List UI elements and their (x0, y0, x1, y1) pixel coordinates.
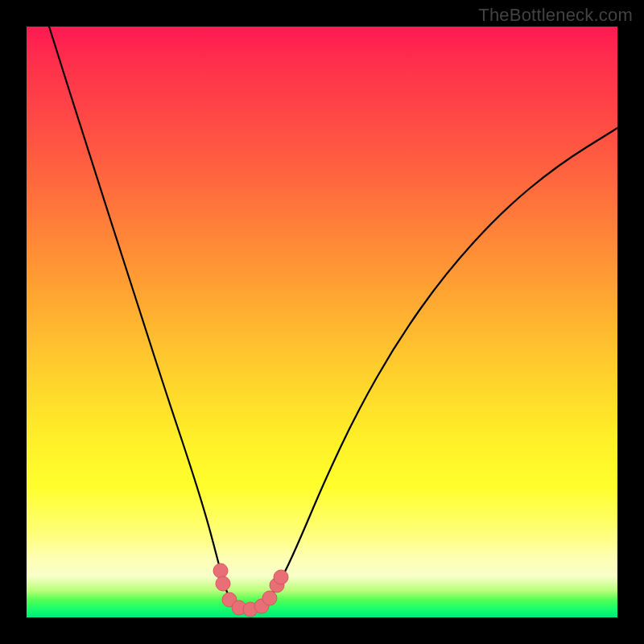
plot-area (27, 27, 617, 617)
curve-left-branch (49, 27, 249, 609)
curve-right-branch (249, 128, 617, 609)
curve-marker (274, 570, 288, 584)
watermark-text: TheBottleneck.com (478, 5, 633, 26)
curve-marker (213, 564, 228, 578)
bottleneck-curve (27, 27, 617, 617)
chart-frame: TheBottleneck.com (0, 0, 644, 644)
curve-marker (216, 576, 230, 591)
curve-marker (262, 591, 277, 605)
curve-markers (213, 564, 288, 617)
